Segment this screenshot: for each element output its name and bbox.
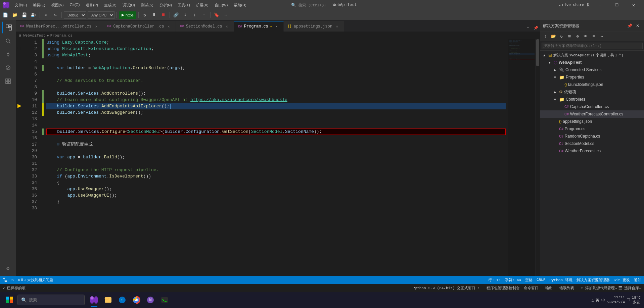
menu-extensions[interactable]: 扩展(X) xyxy=(193,2,211,8)
menu-test[interactable]: 测试(S) xyxy=(138,2,156,8)
menu-file[interactable]: 文件(F) xyxy=(12,2,30,8)
sidebar-settings-icon[interactable]: ⚙ xyxy=(2,262,14,274)
tree-appsettings[interactable]: {} appsettings.json xyxy=(540,118,644,125)
tree-captcha-controller[interactable]: C# CaptchaController .cs xyxy=(540,103,644,110)
taskbar-notification[interactable]: □ xyxy=(627,297,630,303)
step-out-button[interactable]: ↑ xyxy=(200,11,208,19)
solution-search-input[interactable] xyxy=(542,43,643,49)
properties-button[interactable]: ⚙ xyxy=(574,33,581,40)
bottom-tab-output[interactable]: 输出 xyxy=(543,285,555,291)
taskbar-time-date[interactable]: 11:11 2023/2/4 xyxy=(607,295,625,305)
taskbar-up-arrow[interactable]: △ xyxy=(592,298,594,302)
taskbar-chrome-app[interactable] xyxy=(130,293,143,307)
tab-appsettings[interactable]: {} appsettings.json ✕ xyxy=(284,21,344,32)
menu-analyze[interactable]: 分析(N) xyxy=(157,2,175,8)
show-all-files-button[interactable]: 📂 xyxy=(550,33,557,40)
menu-debug[interactable]: 调试(D) xyxy=(120,2,138,8)
filter-button[interactable]: ≡ xyxy=(590,33,597,40)
fold-expand-icon[interactable]: ⊞ xyxy=(57,141,59,148)
sidebar-debug-icon[interactable] xyxy=(2,62,14,74)
menu-git[interactable]: Git(G) xyxy=(67,2,82,8)
code-editor[interactable]: 1 2 3 4 5 6 7 8 9 10 11 12 13 14 15 16 1 xyxy=(16,39,540,276)
sync-button[interactable]: ↕ xyxy=(542,33,549,40)
step-over-button[interactable]: ⤵ xyxy=(181,11,189,19)
menu-tools[interactable]: 工具(T) xyxy=(175,2,193,8)
bookmark-button[interactable]: 🔖 xyxy=(213,11,221,19)
sidebar-git-icon[interactable] xyxy=(2,48,14,60)
status-solution-explorer[interactable]: 解决方案资源管理器 xyxy=(577,277,610,283)
project-webapitest[interactable]: ▼ ⬡ WebApiTest xyxy=(540,59,644,66)
tree-properties[interactable]: ▼ 📁 Properties xyxy=(540,73,644,81)
taskbar-input-method[interactable]: 中 xyxy=(601,298,605,303)
taskbar-purple-app[interactable]: N xyxy=(144,293,157,307)
menu-project[interactable]: 项目(P) xyxy=(83,2,101,8)
taskbar-search-box[interactable]: 🔍 搜索 xyxy=(17,295,85,305)
tab-close-weatherforecast[interactable]: ✕ xyxy=(93,24,99,29)
sidebar-search-icon[interactable] xyxy=(2,35,14,47)
pin-button[interactable]: 📌 xyxy=(532,24,540,32)
taskbar-terminal-app[interactable] xyxy=(158,293,171,307)
panel-pin-button[interactable]: 📌 xyxy=(626,22,633,30)
tree-weatherforecast-controller[interactable]: C# WeatherForecastController.cs xyxy=(540,110,644,118)
live-share-button[interactable]: ↗ Live Share xyxy=(558,3,584,7)
open-button[interactable]: 📁 xyxy=(11,11,19,19)
collapse-all-button[interactable]: ⊟ xyxy=(566,33,573,40)
maximize-button[interactable]: □ xyxy=(609,0,625,10)
tree-connected-services[interactable]: ▶ 🔌 Connected Services xyxy=(540,66,644,73)
panel-close-button[interactable]: ✕ xyxy=(634,22,641,30)
save-button[interactable]: 💾 xyxy=(20,11,28,19)
tree-weatherforecast[interactable]: C# WeatherForecast.cs xyxy=(540,147,644,155)
tree-program[interactable]: C# Program.cs xyxy=(540,125,644,133)
tree-randomcaptcha[interactable]: C# RandomCaptcha.cs xyxy=(540,133,644,140)
add-source-button[interactable]: ⬆ 添加到源代码管理→ xyxy=(581,286,617,291)
platform-dropdown[interactable]: Any CPU xyxy=(88,11,114,19)
git-branch[interactable] xyxy=(3,277,7,282)
extra-button[interactable]: ⋯ xyxy=(222,11,230,19)
taskbar-explorer-app[interactable] xyxy=(101,293,115,307)
status-icon-sync[interactable]: ↻ xyxy=(11,278,14,282)
status-notifications[interactable]: 通知 xyxy=(634,277,641,283)
tab-list-button[interactable]: ⋯ xyxy=(524,24,532,32)
more-button[interactable]: ⋯ xyxy=(598,33,605,40)
menu-build[interactable]: 生成(B) xyxy=(101,2,119,8)
bottom-tab-command[interactable]: 命令窗口 xyxy=(521,285,541,291)
start-button[interactable] xyxy=(1,293,17,307)
profile-icon[interactable]: R xyxy=(587,2,590,8)
solution-root[interactable]: ▲ ⊟ 解决方案 'WebApiTest' (1 个项目，共 1 个) xyxy=(540,51,644,59)
tab-program[interactable]: C# Program.cs ● ✕ xyxy=(234,21,284,32)
bottom-tab-errors[interactable]: 错误列表 xyxy=(557,285,577,291)
tab-close-appsettings[interactable]: ✕ xyxy=(334,24,340,29)
taskbar-vs-app[interactable] xyxy=(87,293,101,307)
sidebar-extensions-icon[interactable] xyxy=(2,75,14,87)
status-errors[interactable]: ⊗ 0 ⚠ 未找到相关问题 xyxy=(18,277,53,283)
undo-button[interactable]: ↩ xyxy=(42,11,50,19)
refresh-solution-button[interactable]: ↻ xyxy=(558,33,565,40)
taskbar-edge-app[interactable] xyxy=(116,293,129,307)
save-all-button[interactable]: 💾+ xyxy=(30,11,38,19)
new-file-button[interactable]: 📄 xyxy=(1,11,9,19)
run-button[interactable]: ▶ https xyxy=(119,11,136,19)
code-content[interactable]: using Lazy.Captcha.Core; using Microsoft… xyxy=(44,39,508,276)
tab-weatherforecast[interactable]: C# WeatherForec...ontroller.cs ✕ xyxy=(16,21,103,32)
redo-button[interactable]: ↪ xyxy=(51,11,59,19)
menu-window[interactable]: 窗口(W) xyxy=(212,2,231,8)
debug-mode-dropdown[interactable]: Debug xyxy=(64,11,86,19)
tab-sectionmodel[interactable]: C# SectionModel.cs ✕ xyxy=(176,21,234,32)
minimize-button[interactable]: ─ xyxy=(592,0,608,10)
pause-button[interactable]: ⏸ xyxy=(150,11,158,19)
tree-controllers[interactable]: ▼ 📁 Controllers xyxy=(540,96,644,103)
menu-help[interactable]: 帮助(H) xyxy=(231,2,249,8)
vertical-scrollbar[interactable] xyxy=(535,39,540,276)
sidebar-explorer-icon[interactable] xyxy=(2,21,14,34)
attach-button[interactable]: 🔗 xyxy=(172,11,180,19)
tree-sectionmodel[interactable]: C# SectionModel.cs xyxy=(540,140,644,147)
tab-captcha[interactable]: C# CaptchaController .cs ✕ xyxy=(103,21,176,32)
tree-dependencies[interactable]: ▶ ⚙ 依赖项 xyxy=(540,88,644,96)
step-in-button[interactable]: ↓ xyxy=(191,11,199,19)
close-button[interactable]: ✕ xyxy=(626,0,641,10)
tab-close-program[interactable]: ✕ xyxy=(274,24,279,29)
tree-launchsettings[interactable]: {} launchSettings.json xyxy=(540,81,644,88)
status-git[interactable]: Git 更改 xyxy=(614,277,630,283)
select-repo-button[interactable]: ☰ 选择合库→ xyxy=(618,286,641,291)
view-button[interactable]: 👁 xyxy=(582,33,589,40)
